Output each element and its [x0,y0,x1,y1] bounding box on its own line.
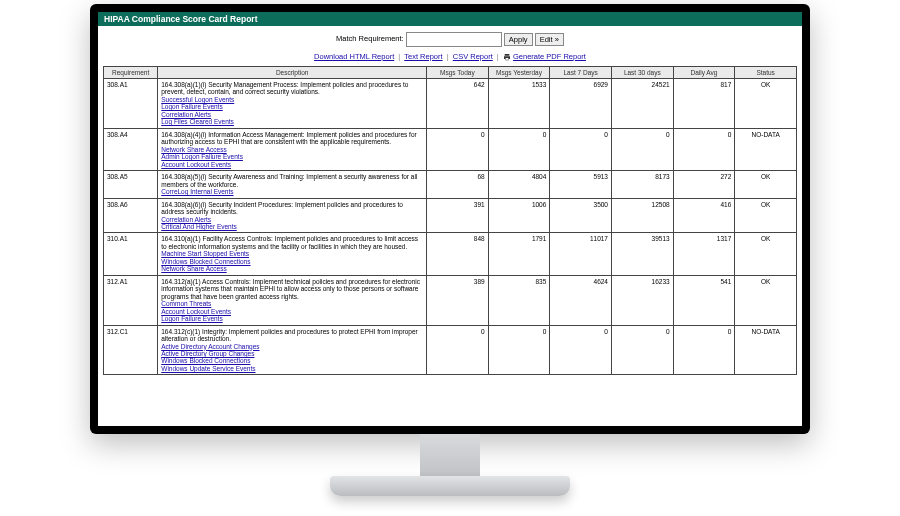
monitor-stand-base [330,476,570,496]
cell-daily-avg: 541 [673,275,735,325]
cell-last-7: 3500 [550,198,612,233]
separator: | [495,52,501,61]
cell-msgs-yesterday: 1006 [488,198,550,233]
cell-msgs-yesterday: 0 [488,325,550,375]
generate-pdf-link[interactable]: Generate PDF Report [513,52,586,61]
cell-description: 164.312(c)(1) Integrity: Implement polic… [158,325,427,375]
table-row: 312.C1164.312(c)(1) Integrity: Implement… [104,325,797,375]
table-row: 308.A4164.308(a)(4)(i) Information Acces… [104,128,797,170]
description-link[interactable]: Successful Logon Events [161,96,423,103]
filter-input[interactable] [406,32,502,47]
cell-last-30: 0 [611,128,673,170]
col-msgs-today: Msgs Today [427,67,489,79]
filter-label: Match Requirement: [336,34,404,43]
cell-daily-avg: 0 [673,325,735,375]
description-link[interactable]: Network Share Access [161,265,423,272]
cell-last-30: 12508 [611,198,673,233]
cell-last-7: 6929 [550,79,612,129]
description-text: 164.312(c)(1) Integrity: Implement polic… [161,328,418,342]
description-link[interactable]: Active Directory Account Changes [161,343,423,350]
col-status: Status [735,67,797,79]
description-link[interactable]: Windows Blocked Connections [161,357,423,364]
edit-button[interactable]: Edit » [535,33,564,46]
description-link[interactable]: Log Files Cleared Events [161,118,423,125]
description-link[interactable]: Logon Failure Events [161,315,423,322]
col-msgs-yesterday: Msgs Yesterday [488,67,550,79]
table-row: 308.A1164.308(a)(1)(i) Security Manageme… [104,79,797,129]
separator: | [445,52,451,61]
apply-button[interactable]: Apply [504,33,533,46]
description-text: 164.308(a)(5)(i) Security Awareness and … [161,173,417,187]
cell-last-30: 24521 [611,79,673,129]
description-link[interactable]: Windows Blocked Connections [161,258,423,265]
cell-daily-avg: 416 [673,198,735,233]
description-link[interactable]: Network Share Access [161,146,423,153]
table-header-row: Requirement Description Msgs Today Msgs … [104,67,797,79]
cell-msgs-yesterday: 1533 [488,79,550,129]
col-last-30: Last 30 days [611,67,673,79]
cell-description: 164.308(a)(5)(i) Security Awareness and … [158,171,427,198]
cell-requirement: 308.A6 [104,198,158,233]
filter-bar: Match Requirement: Apply Edit » [98,26,802,49]
download-html-link[interactable]: Download HTML Report [314,52,394,61]
description-link[interactable]: Correlation Alerts [161,216,423,223]
col-requirement: Requirement [104,67,158,79]
cell-requirement: 312.C1 [104,325,158,375]
cell-msgs-today: 391 [427,198,489,233]
titlebar: HIPAA Compliance Score Card Report [98,12,802,26]
cell-msgs-yesterday: 1791 [488,233,550,275]
table-row: 308.A5164.308(a)(5)(i) Security Awarenes… [104,171,797,198]
cell-last-30: 39513 [611,233,673,275]
app-title: HIPAA Compliance Score Card Report [104,14,258,24]
table-row: 308.A6164.308(a)(6)(i) Security Incident… [104,198,797,233]
cell-description: 164.308(a)(4)(i) Information Access Mana… [158,128,427,170]
description-link[interactable]: Critical And Higher Events [161,223,423,230]
separator: | [396,52,402,61]
description-link[interactable]: Windows Update Service Events [161,365,423,372]
cell-description: 164.308(a)(6)(i) Security Incident Proce… [158,198,427,233]
cell-last-30: 8173 [611,171,673,198]
description-link[interactable]: Account Lockout Events [161,308,423,315]
description-link[interactable]: Correlation Alerts [161,111,423,118]
description-link[interactable]: Admin Logon Failure Events [161,153,423,160]
description-link[interactable]: Common Threats [161,300,423,307]
cell-msgs-today: 642 [427,79,489,129]
screen: HIPAA Compliance Score Card Report Match… [98,12,802,426]
monitor-frame: HIPAA Compliance Score Card Report Match… [90,4,810,434]
cell-status: OK [735,233,797,275]
cell-msgs-yesterday: 4804 [488,171,550,198]
cell-status: OK [735,198,797,233]
cell-last-7: 0 [550,128,612,170]
cell-description: 164.310(a)(1) Facility Access Controls: … [158,233,427,275]
cell-daily-avg: 1317 [673,233,735,275]
text-report-link[interactable]: Text Report [404,52,442,61]
cell-daily-avg: 272 [673,171,735,198]
cell-daily-avg: 0 [673,128,735,170]
cell-status: OK [735,275,797,325]
description-link[interactable]: CorreLog Internal Events [161,188,423,195]
cell-last-7: 5913 [550,171,612,198]
table-row: 310.A1164.310(a)(1) Facility Access Cont… [104,233,797,275]
cell-status: OK [735,79,797,129]
export-links-bar: Download HTML Report | Text Report | CSV… [98,49,802,66]
cell-requirement: 312.A1 [104,275,158,325]
cell-daily-avg: 817 [673,79,735,129]
col-description: Description [158,67,427,79]
description-link[interactable]: Account Lockout Events [161,161,423,168]
cell-msgs-today: 389 [427,275,489,325]
cell-last-7: 0 [550,325,612,375]
cell-msgs-today: 0 [427,128,489,170]
cell-last-30: 16233 [611,275,673,325]
col-last-7: Last 7 Days [550,67,612,79]
csv-report-link[interactable]: CSV Report [453,52,493,61]
cell-requirement: 308.A4 [104,128,158,170]
compliance-table: Requirement Description Msgs Today Msgs … [103,66,797,375]
description-text: 164.308(a)(4)(i) Information Access Mana… [161,131,416,145]
description-link[interactable]: Active Directory Group Changes [161,350,423,357]
cell-requirement: 308.A5 [104,171,158,198]
cell-status: OK [735,171,797,198]
description-link[interactable]: Logon Failure Events [161,103,423,110]
cell-msgs-yesterday: 0 [488,128,550,170]
cell-status: NO-DATA [735,128,797,170]
description-link[interactable]: Machine Start Stopped Events [161,250,423,257]
